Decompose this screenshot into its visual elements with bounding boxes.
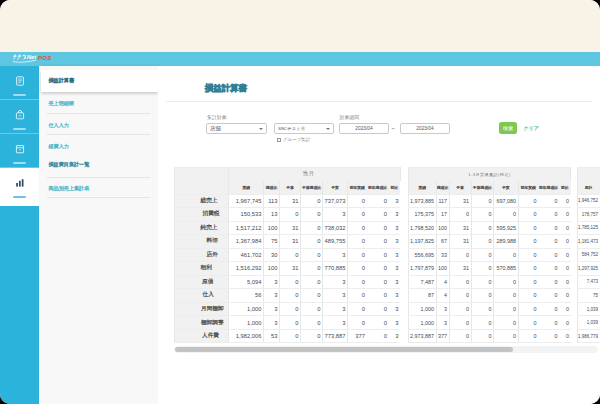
svg-text:Net: Net [27, 54, 37, 60]
